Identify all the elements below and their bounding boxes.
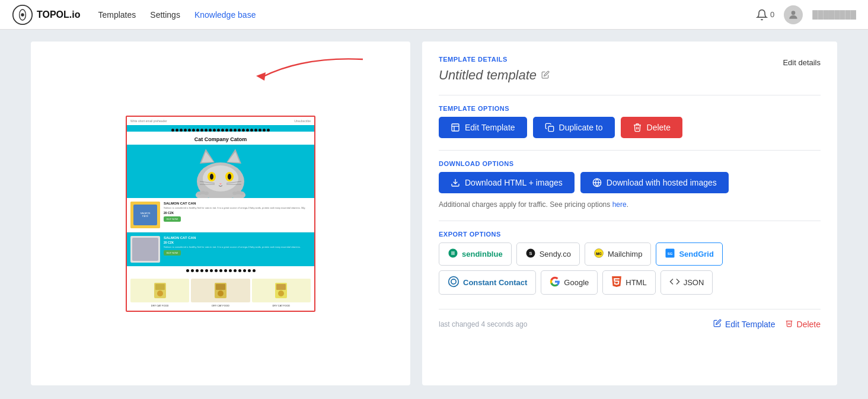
divider-2 [439,150,821,151]
sendy-icon: S [525,248,536,260]
export-options-section: EXPORT OPTIONS sendinblue [439,231,821,295]
sendinblue-icon [448,248,458,260]
sendgrid-label: SendGrid [679,250,714,258]
last-changed-text: last changed 4 seconds ago [439,320,527,328]
mini-grid1-label: DRY CAT FOOD [130,304,189,307]
svg-point-50 [449,277,459,287]
html-label: HTML [626,278,646,287]
constant-contact-label: Constant Contact [463,278,527,287]
charges-text: Additional charges apply for traffic. Se… [439,200,610,209]
nav-settings[interactable]: Settings [150,10,180,20]
download-html-label: Download HTML + images [465,178,563,187]
divider-1 [439,95,821,95]
svg-point-14 [228,174,231,180]
svg-point-51 [451,279,456,284]
nav-templates[interactable]: Templates [98,10,136,20]
svg-point-13 [210,174,213,180]
download-options-section: DOWNLOAD OPTIONS Download HTML + images [439,160,821,209]
svg-point-23 [240,191,244,195]
bell-icon [756,9,768,21]
svg-point-33 [218,291,224,296]
logo-icon [12,4,33,25]
svg-rect-32 [216,284,225,290]
logo-text: TOPOL.io [37,9,80,20]
export-google-button[interactable]: Google [541,270,598,295]
svg-point-3 [792,11,796,15]
avatar[interactable] [784,5,803,24]
export-sendinblue-button[interactable]: sendinblue [439,242,512,266]
bottom-delete-button[interactable]: Delete [785,319,821,329]
divider-3 [439,221,821,221]
mini-product2-name: SALMON CAT CAN [164,236,311,240]
duplicate-to-button[interactable]: Duplicate to [533,117,615,138]
delete-label: Delete [647,123,671,132]
template-title: Untitled template [439,68,537,83]
template-options-buttons: Edit Template Duplicate to [439,117,821,138]
svg-rect-35 [276,284,286,290]
svg-point-30 [157,291,163,296]
export-sendgrid-button[interactable]: SG SendGrid [656,242,723,266]
notification-bell[interactable]: 0 [756,9,774,21]
template-details-label: TEMPLATE DETAILS [439,56,550,63]
additional-charges-text: Additional charges apply for traffic. Se… [439,200,821,209]
mini-product1-desc: Salmon is considered a healthy fish for … [164,206,311,209]
mini-product1-name: SALMON CAT CAN [164,202,311,205]
svg-point-20 [204,191,209,195]
bottom-edit-icon [713,319,722,329]
delete-button[interactable]: Delete [621,117,682,138]
mailchimp-label: Mailchimp [608,250,643,258]
sendgrid-icon: SG [665,248,675,260]
navbar: TOPOL.io Templates Settings Knowledge ba… [0,0,868,30]
bottom-edit-template-button[interactable]: Edit Template [713,319,776,329]
bottom-delete-icon [785,319,793,329]
download-options-label: DOWNLOAD OPTIONS [439,160,821,167]
export-sendy-button[interactable]: S Sendy.co [516,242,580,266]
html-icon [611,276,622,289]
template-preview[interactable]: Write short email preheader Unsubscribe [126,116,315,312]
mini-cat-food2 [213,282,228,299]
cat-image [191,146,250,198]
mailchimp-icon: MC [593,248,604,260]
mini-cat-food1 [153,282,167,299]
bottom-bar: last changed 4 seconds ago Edit Template [439,309,821,329]
pricing-link[interactable]: here [612,200,627,209]
delete-icon [633,123,642,132]
duplicate-to-label: Duplicate to [559,123,603,132]
edit-title-icon[interactable] [541,71,550,81]
mini-header-left: Write short email preheader [130,119,167,123]
preview-panel: Write short email preheader Unsubscribe [31,42,410,385]
download-html-button[interactable]: Download HTML + images [439,172,575,193]
export-json-button[interactable]: JSON [660,270,713,295]
navbar-right: 0 ████████ [756,5,856,24]
sendy-label: Sendy.co [540,250,571,258]
edit-details-link[interactable]: Edit details [783,56,821,67]
svg-text:S: S [529,251,532,256]
export-buttons-grid: sendinblue S Sendy.co [439,242,821,295]
svg-rect-29 [155,284,165,290]
mini-header-right: Unsubscribe [294,119,311,123]
download-html-icon [451,178,460,187]
edit-template-button[interactable]: Edit Template [439,117,527,138]
export-mailchimp-button[interactable]: MC Mailchimp [585,242,652,266]
export-html-button[interactable]: HTML [602,270,655,295]
download-hosted-icon [592,178,602,187]
json-label: JSON [684,278,704,287]
svg-text:SG: SG [668,252,673,256]
template-title-row: Untitled template [439,68,550,83]
duplicate-icon [545,123,554,132]
template-options-section: TEMPLATE OPTIONS Edit Template [439,105,821,138]
notification-count: 0 [770,10,774,19]
navbar-links: Templates Settings Knowledge base [98,10,256,20]
details-panel: TEMPLATE DETAILS Untitled template Edit … [422,42,837,385]
export-constant-contact-button[interactable]: Constant Contact [439,270,536,295]
logo[interactable]: TOPOL.io [12,4,80,25]
bottom-edit-label: Edit Template [725,320,776,329]
download-hosted-button[interactable]: Download with hosted images [580,172,729,193]
download-buttons: Download HTML + images Download with hos… [439,172,821,193]
annotation-arrow [244,53,375,95]
svg-text:MC: MC [596,252,602,256]
mini-grid2-label: DRY CAT FOOD [191,304,250,307]
nav-knowledge-base[interactable]: Knowledge base [194,10,256,20]
mini-product2-price: 20 CZK [164,241,311,244]
bottom-actions: Edit Template Delete [713,319,821,329]
